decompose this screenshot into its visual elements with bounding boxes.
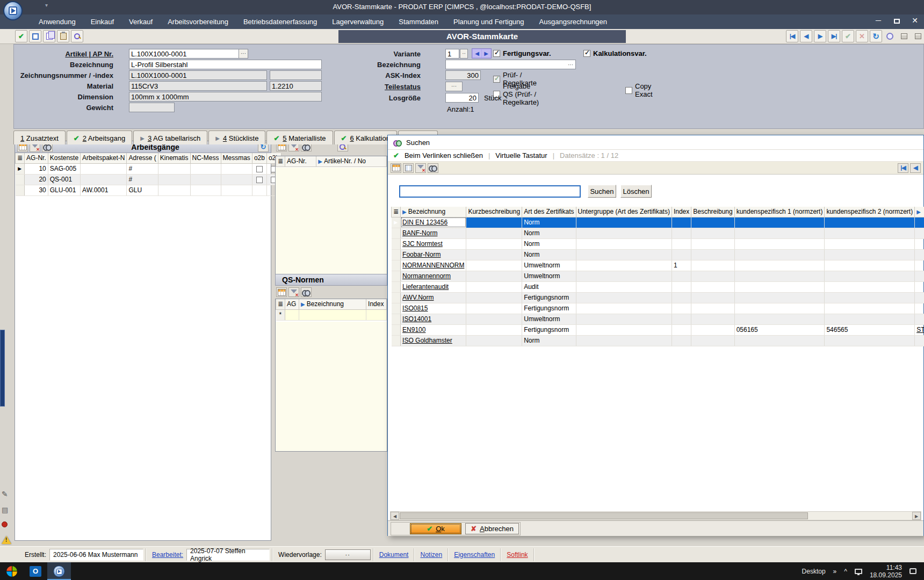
dialog-cell[interactable]: Norm	[522, 249, 576, 260]
artikel-input[interactable]	[129, 49, 248, 59]
row-marker-cell[interactable]	[392, 314, 401, 324]
dialog-cell[interactable]	[466, 238, 522, 249]
menu-virtuelle-tastatur[interactable]: Virtuelle Tastatur	[495, 151, 547, 160]
dialog-cell[interactable]	[576, 228, 672, 238]
dialog-cell[interactable]: Umweltnorm	[522, 314, 576, 324]
dialog-cell[interactable]	[466, 228, 522, 238]
dialog-result-row[interactable]: SJC NormtestNorm	[392, 238, 924, 249]
row-marker-cell[interactable]	[392, 228, 401, 238]
dialog-cell[interactable]	[691, 281, 734, 292]
dialog-cell[interactable]	[466, 281, 522, 292]
dialog-cell[interactable]	[915, 303, 924, 314]
search-input[interactable]	[399, 185, 581, 198]
bezeichnung-link-cell[interactable]: ISO0815	[401, 303, 466, 314]
menu-beim-verlinken[interactable]: Beim Verlinken schließen	[405, 151, 483, 160]
dialog-cell[interactable]	[466, 249, 522, 260]
dialog-cell[interactable]	[825, 249, 915, 260]
dialog-cell[interactable]	[466, 271, 522, 281]
ag-cell[interactable]	[81, 174, 127, 185]
copy-button[interactable]	[43, 30, 55, 42]
cancel-record-button[interactable]: ✕	[856, 30, 868, 42]
tab-stückliste[interactable]: ▶4 Stückliste	[208, 130, 265, 144]
menu-item-betriebsdatenerfassung[interactable]: Betriebsdatenerfassung	[236, 15, 324, 29]
copy-exact-checkbox[interactable]	[625, 87, 632, 94]
dialog-cell[interactable]	[825, 303, 915, 314]
dialog-cell[interactable]	[915, 249, 924, 260]
ag-cell[interactable]	[158, 185, 190, 195]
bezeichnung-link-cell[interactable]: DIN EN 123456	[401, 217, 466, 228]
bezeichnung-link-cell[interactable]: Normannennorm	[401, 271, 466, 281]
scroll-right-arrow[interactable]: ▶	[912, 512, 921, 520]
qs-cell[interactable]	[299, 309, 366, 320]
dialog-cell[interactable]	[734, 260, 825, 271]
row-marker-cell[interactable]	[392, 292, 401, 303]
dialog-result-row[interactable]: ISO14001Umweltnorm	[392, 314, 924, 324]
bezeichnung-input[interactable]	[129, 60, 322, 69]
dialog-result-row[interactable]: EN9100Fertigungsnorm056165546565ST	[392, 324, 924, 335]
dialog-cell[interactable]	[576, 260, 672, 271]
dialog-col-untergruppe-art-des-zertifikats-[interactable]: Untergruppe (Art des Zertifikats)	[576, 207, 672, 217]
dialog-result-row[interactable]: Foobar-NormNorm	[392, 249, 924, 260]
dialog-cell[interactable]: 546565	[825, 324, 915, 335]
dialog-col-art-des-zertifikats[interactable]: Art des Zertifikats	[522, 207, 576, 217]
qs-col-ag[interactable]: AG	[285, 299, 299, 309]
dialog-cell[interactable]	[466, 314, 522, 324]
variante-next-button[interactable]: ▶	[482, 49, 490, 57]
kalkulationsvar-checkbox[interactable]	[583, 50, 590, 57]
ag-cell[interactable]: #	[127, 163, 158, 174]
dialog-cell[interactable]	[915, 314, 924, 324]
dialog-cell[interactable]	[734, 335, 825, 346]
ag-cell[interactable]	[190, 163, 221, 174]
dialog-cell[interactable]	[576, 249, 672, 260]
last-record-button[interactable]: ▶|	[828, 30, 840, 42]
edit-pencil-icon[interactable]: ✎	[2, 490, 8, 498]
eigenschaften-link[interactable]: Eigenschaften	[451, 549, 498, 561]
dialog-cell[interactable]	[825, 260, 915, 271]
next-record-button[interactable]: ▶	[814, 30, 826, 42]
ag-cell[interactable]	[221, 174, 252, 185]
row-marker-cell[interactable]	[392, 303, 401, 314]
ag-o2b-cell[interactable]	[252, 163, 266, 174]
dokument-link[interactable]: Dokument	[376, 549, 412, 561]
dialog-col-kundenspezifisch-1-normzert-[interactable]: kundenspezifisch 1 (normzert)	[734, 207, 825, 217]
ag-table-row[interactable]: 20QS-001#	[16, 174, 281, 185]
taskbar-prodat-icon[interactable]	[47, 562, 71, 580]
ag-col-ag-nr-[interactable]: AG-Nr.	[25, 153, 48, 163]
dialog-cell[interactable]	[576, 217, 672, 228]
clock-icon[interactable]	[884, 30, 896, 42]
bezeichnung-link-cell[interactable]: ISO14001	[401, 314, 466, 324]
dialog-cell[interactable]	[672, 217, 691, 228]
dialog-cell[interactable]	[691, 271, 734, 281]
columns-icon[interactable]	[403, 163, 414, 173]
dialog-cell[interactable]	[734, 292, 825, 303]
ag-table-row[interactable]: 30GLU-001AW.0001GLU	[16, 185, 281, 195]
ag-cell[interactable]: GLU	[127, 185, 158, 195]
dialog-cell[interactable]	[672, 238, 691, 249]
ag-o2b-cell[interactable]	[252, 174, 266, 185]
dialog-cell[interactable]: Norm	[522, 228, 576, 238]
refresh-button[interactable]: ↻	[870, 30, 882, 42]
dialog-cell[interactable]: Umweltnorm	[522, 260, 576, 271]
dialog-cell[interactable]: Fertigungsnorm	[522, 292, 576, 303]
dialog-cell[interactable]	[576, 335, 672, 346]
dialog-result-row[interactable]: NORMANNENNORMUmweltnorm1	[392, 260, 924, 271]
bezeichnung-link-cell[interactable]: Foobar-Norm	[401, 249, 466, 260]
ag-col-adresse-[interactable]: Adresse (	[127, 153, 158, 163]
variante-input[interactable]	[445, 49, 459, 59]
dialog-cell[interactable]	[466, 260, 522, 271]
dialog-result-row[interactable]: ISO0815Fertigungsnorm	[392, 303, 924, 314]
wiedervorlage-button[interactable]: ··	[325, 549, 371, 560]
menu-item-ausgangsrechnungen[interactable]: Ausgangsrechnungen	[532, 15, 615, 29]
notizen-link[interactable]: Notizen	[417, 549, 445, 561]
scroll-left-arrow[interactable]: ◀	[391, 512, 399, 520]
bezeichnung-link-cell[interactable]: SJC Normtest	[401, 238, 466, 249]
qs-col-bezeichnung[interactable]: ▶Bezeichnung	[299, 299, 366, 309]
ag-cell[interactable]	[81, 163, 127, 174]
o2b-checkbox[interactable]	[256, 166, 263, 172]
row-marker-cell[interactable]	[392, 335, 401, 346]
loeschen-button[interactable]: Löschen	[620, 185, 652, 198]
tab-materialliste[interactable]: ✔5 Materialliste	[266, 130, 333, 144]
dialog-cell[interactable]	[734, 314, 825, 324]
row-marker-cell[interactable]	[392, 281, 401, 292]
dialog-cell[interactable]	[915, 228, 924, 238]
